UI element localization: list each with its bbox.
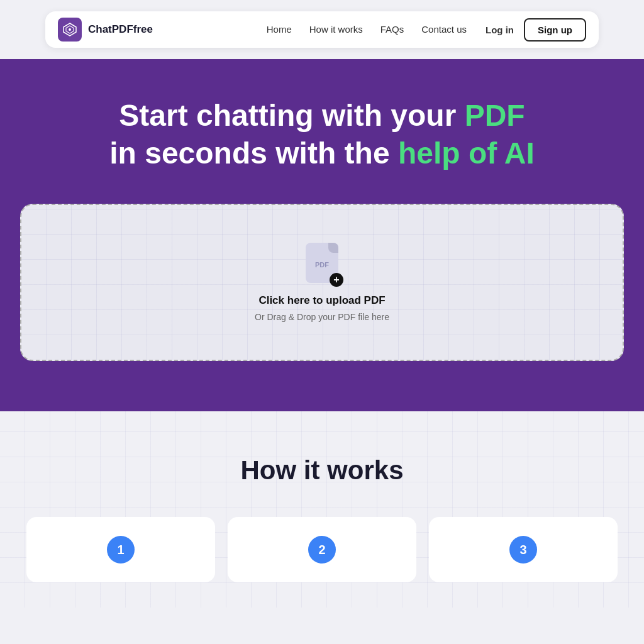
navbar: ChatPDFfree Home How it works FAQs Conta… xyxy=(45,11,599,48)
navbar-wrapper: ChatPDFfree Home How it works FAQs Conta… xyxy=(0,0,644,59)
step-number-3: 3 xyxy=(509,536,537,564)
nav-item-how-it-works[interactable]: How it works xyxy=(309,24,363,35)
how-it-works-title: How it works xyxy=(13,455,631,486)
headline-accent-pdf: PDF xyxy=(465,99,525,132)
nav-actions: Log in Sign up xyxy=(486,18,586,42)
login-button[interactable]: Log in xyxy=(486,25,514,35)
steps-cards-row: 1 2 3 xyxy=(20,517,624,582)
headline-part2: in seconds with the xyxy=(109,136,398,170)
step-card-3: 3 xyxy=(429,517,618,582)
step-number-2: 2 xyxy=(308,536,336,564)
hero-section: Start chatting with your PDF in seconds … xyxy=(0,59,644,411)
upload-dropzone[interactable]: PDF + Click here to upload PDF Or Drag &… xyxy=(20,204,624,361)
hero-headline: Start chatting with your PDF in seconds … xyxy=(102,97,542,172)
svg-point-2 xyxy=(69,28,71,31)
upload-icon-wrap: PDF + xyxy=(306,243,338,283)
nav-item-home[interactable]: Home xyxy=(267,24,292,35)
nav-item-faqs[interactable]: FAQs xyxy=(380,24,404,35)
brand-name: ChatPDFfree xyxy=(88,23,153,36)
headline-accent-ai: help of AI xyxy=(398,136,535,170)
headline-part1: Start chatting with your xyxy=(119,99,464,132)
nav-link-contact[interactable]: Contact us xyxy=(421,24,467,35)
upload-subtitle: Or Drag & Drop your PDF file here xyxy=(34,312,610,322)
nav-link-how-it-works[interactable]: How it works xyxy=(309,24,363,35)
nav-item-contact[interactable]: Contact us xyxy=(421,24,467,35)
step-card-2: 2 xyxy=(228,517,416,582)
signup-button[interactable]: Sign up xyxy=(524,18,586,42)
nav-link-home[interactable]: Home xyxy=(267,24,292,35)
upload-wrapper: PDF + Click here to upload PDF Or Drag &… xyxy=(20,204,624,361)
upload-title[interactable]: Click here to upload PDF xyxy=(34,294,610,307)
how-it-works-section: How it works 1 2 3 xyxy=(0,411,644,608)
nav-links: Home How it works FAQs Contact us xyxy=(267,24,467,35)
step-number-1: 1 xyxy=(107,536,135,564)
pdf-icon-label: PDF xyxy=(315,261,329,269)
logo-icon xyxy=(58,18,82,42)
brand-logo[interactable]: ChatPDFfree xyxy=(58,18,153,42)
plus-badge-icon: + xyxy=(330,273,343,287)
nav-link-faqs[interactable]: FAQs xyxy=(380,24,404,35)
step-card-1: 1 xyxy=(26,517,215,582)
